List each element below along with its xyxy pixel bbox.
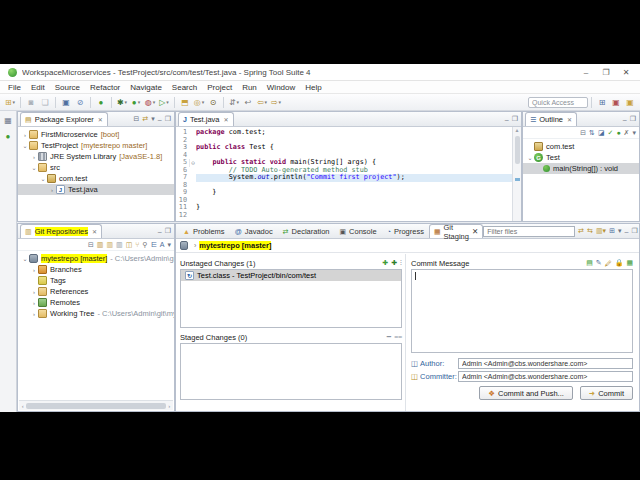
focus-icon[interactable]: ⊟ [580,129,586,137]
restore-views-icon[interactable]: ▦ [3,115,14,126]
close-tab-icon[interactable]: ✕ [224,116,229,123]
tab-console[interactable]: ▣Console [334,224,381,238]
tree-item[interactable]: ›Remotes [18,297,174,308]
repo-switch-icon[interactable]: ▥▾ [596,227,606,235]
create-repository-icon[interactable]: ▥ [116,241,123,249]
view-menu-icon[interactable]: ▾ [151,115,155,123]
close-tab-icon[interactable]: ✕ [567,116,572,123]
expander-icon[interactable]: › [48,187,56,193]
debug-icon[interactable]: ✱▾ [115,96,129,109]
staging-menu-icon[interactable]: ▾ [618,227,622,235]
expander-icon[interactable]: ⌄ [21,255,29,262]
expander-icon[interactable]: › [21,132,29,138]
back-icon[interactable]: ⇦▾ [255,96,269,109]
repos-menu-icon[interactable]: ▾ [167,241,171,249]
expander-icon[interactable]: ⌄ [39,175,47,182]
outline-menu-icon[interactable]: ▾ [632,129,636,137]
hide-non-public-icon[interactable]: ● [616,129,620,136]
tree-item[interactable]: ›Working Tree- C:\Users\Admin\git\mytest… [18,308,174,319]
forward-icon[interactable]: ⇨▾ [269,96,283,109]
minimize-icon[interactable]: – [158,228,162,235]
menu-source[interactable]: Source [50,83,85,92]
close-tab-icon[interactable]: ✕ [472,227,478,236]
minimize-icon[interactable]: – [505,116,509,123]
tree-item[interactable]: ⌄GTest [523,152,639,163]
boot-dashboard-mini-icon[interactable]: ● [3,131,14,142]
tree-item[interactable]: ›JTest.java [18,184,174,195]
open-perspective-icon[interactable]: ⊞ [595,96,609,109]
scroll-up-icon[interactable]: ▲ [515,127,520,134]
expander-icon[interactable]: ⌄ [21,142,29,149]
clone-repository-icon[interactable]: ▥ [106,241,113,249]
minimize-window-button[interactable]: – [576,65,596,80]
external-tools-icon[interactable]: ▷▾ [157,96,171,109]
maximize-icon[interactable]: ❐ [512,115,518,123]
tree-item[interactable]: ›JRE System Library[JavaSE-1.8] [18,151,174,162]
tab-progress[interactable]: ◔Progress [382,224,429,238]
expander-icon[interactable]: › [30,311,38,317]
hide-fields-icon[interactable]: ◪ [598,129,605,137]
tree-item[interactable]: ⌄mytestrepo [master]- C:\Users\Admin\git… [18,253,174,264]
menu-run[interactable]: Run [237,83,262,92]
expander-icon[interactable]: ⌄ [30,164,38,171]
tab-declaration[interactable]: ⇄Declaration [278,224,335,238]
minimize-icon[interactable]: – [623,116,627,123]
search-icon[interactable]: ⊙ [206,96,220,109]
new-repo-icon[interactable]: ◫ [126,241,133,249]
hide-local-types-icon[interactable]: ✗ [624,129,630,137]
horizontal-scrollbar[interactable]: ‹ › [19,400,173,410]
collapse-all-icon[interactable]: ⊟ [88,241,94,249]
new-wizard-icon[interactable]: ⊞▾ [3,96,17,109]
tree-item[interactable]: ⌄src [18,162,174,173]
unstage-selected-icon[interactable]: ━ [387,333,391,341]
signed-commit-icon[interactable]: 🔒 [615,259,624,267]
sort-icon[interactable]: ⇅ [589,129,595,137]
close-tab-icon[interactable]: ✕ [98,116,103,123]
last-edit-icon[interactable]: ↩ [241,96,255,109]
add-repository-icon[interactable]: ▥ [97,241,104,249]
tab-git-staging[interactable]: ▦Git Staging✕ [429,224,483,238]
tree-item[interactable]: ›FirstMicroservice[boot] [18,129,174,140]
expander-icon[interactable]: › [30,267,38,273]
maximize-icon[interactable]: ❐ [165,227,171,235]
preview-icon[interactable]: ▤ [586,259,593,267]
collapse-all-icon[interactable]: ⊟ [134,115,140,123]
skip-breakpoints-icon[interactable]: ⊘ [73,96,87,109]
branch-hierarchy-icon[interactable]: ⑂ [135,241,139,248]
staging-repo-label[interactable]: mytestrepo [master] [199,241,271,250]
tab-package-explorer[interactable]: ▤ Package Explorer ✕ [20,112,108,126]
menu-help[interactable]: Help [300,83,326,92]
expander-icon[interactable]: › [30,300,38,306]
tab-problems[interactable]: ▲Problems [178,224,230,238]
tree-item[interactable]: ⌄com.test [18,173,174,184]
save-all-icon[interactable]: ❏ [38,96,52,109]
tab-outline[interactable]: ☰ Outline ✕ [525,112,577,126]
close-tab-icon[interactable]: ✕ [92,228,97,235]
java-perspective-icon[interactable]: ▣ [609,96,623,109]
menu-project[interactable]: Project [202,83,237,92]
quick-access-box[interactable]: Quick Access [528,97,588,108]
link-with-editor-icon[interactable]: ⇄ [142,115,148,123]
maximize-icon[interactable]: ❐ [631,227,637,235]
maximize-icon[interactable]: ❐ [165,115,171,123]
hierarchy-icon[interactable]: ⋿ [151,241,157,249]
scroll-right-icon[interactable]: › [166,403,173,409]
open-type-icon[interactable]: ◎▾ [192,96,206,109]
run-icon[interactable]: ●▾ [129,96,143,109]
committer-input[interactable] [458,371,633,382]
maximize-icon[interactable]: ❐ [630,115,636,123]
amend-icon[interactable]: ✎ [596,259,602,267]
commit-button[interactable]: ➜ Commit [580,386,633,400]
expander-icon[interactable]: › [30,289,38,295]
close-window-button[interactable]: ✕ [616,65,636,80]
change-id-icon[interactable]: ▦ [626,259,633,267]
tab-test-java[interactable]: J Test.java ✕ [178,112,234,126]
menu-search[interactable]: Search [167,83,202,92]
fold-marker-icon[interactable]: ⊖ [189,159,196,167]
compact-tree-icon[interactable]: ⫶ [400,259,402,267]
scrollbar-thumb[interactable] [515,136,520,164]
tree-item[interactable]: main(String[]) : void [523,163,639,174]
coverage-icon[interactable]: ◍▾ [143,96,157,109]
menu-navigate[interactable]: Navigate [125,83,167,92]
annotations-icon[interactable]: ⇵▾ [227,96,241,109]
